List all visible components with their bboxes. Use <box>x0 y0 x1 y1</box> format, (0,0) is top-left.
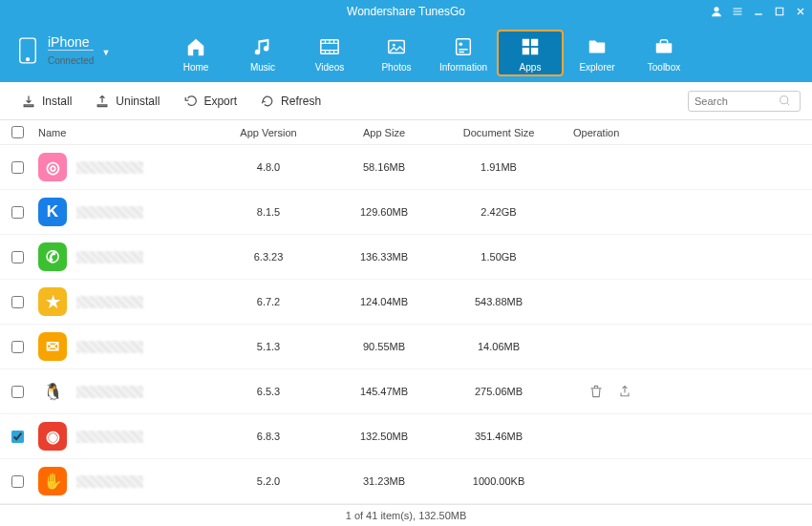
app-name-blurred <box>76 431 143 443</box>
table-row[interactable]: 🐧6.5.3145.47MB275.06MB <box>0 369 812 414</box>
device-status: Connected <box>48 50 94 71</box>
user-icon[interactable] <box>711 6 722 17</box>
app-icon: ✋ <box>38 467 67 495</box>
tab-home[interactable]: Home <box>162 30 229 76</box>
doc-size: 1000.00KB <box>441 475 556 487</box>
tab-apps[interactable]: Apps <box>497 30 564 76</box>
app-size: 31.23MB <box>327 475 441 487</box>
svg-rect-9 <box>523 38 529 45</box>
menu-icon[interactable] <box>732 6 743 17</box>
tab-explorer[interactable]: Explorer <box>564 30 630 76</box>
photos-icon <box>385 35 408 58</box>
doc-size: 14.06MB <box>441 341 556 352</box>
doc-size: 543.88MB <box>441 296 556 307</box>
app-size: 58.16MB <box>327 161 441 173</box>
app-name-blurred <box>76 296 143 308</box>
maximize-icon[interactable] <box>774 6 785 17</box>
refresh-button[interactable]: Refresh <box>250 90 331 113</box>
tab-label: Photos <box>381 62 411 73</box>
row-checkbox[interactable] <box>11 386 24 398</box>
minimize-icon[interactable] <box>753 6 764 17</box>
titlebar: Wondershare TunesGo <box>0 0 812 23</box>
uninstall-button[interactable]: Uninstall <box>85 90 169 113</box>
navbar: iPhone Connected ▼ HomeMusicVideosPhotos… <box>0 23 812 82</box>
search-input[interactable] <box>694 95 779 107</box>
table-row[interactable]: ✆6.3.23136.33MB1.50GB <box>0 235 812 280</box>
tab-label: Home <box>183 62 209 73</box>
app-size: 136.33MB <box>327 251 441 263</box>
delete-icon[interactable] <box>588 384 604 399</box>
row-ops <box>556 384 812 399</box>
export-icon[interactable] <box>617 384 632 399</box>
table-row[interactable]: ★6.7.2124.04MB543.88MB <box>0 280 812 325</box>
phone-icon <box>17 36 38 69</box>
music-icon <box>251 35 274 58</box>
svg-rect-10 <box>531 38 538 45</box>
col-docsize[interactable]: Document Size <box>441 127 556 138</box>
row-checkbox[interactable] <box>11 161 24 174</box>
table-row[interactable]: ✉5.1.390.55MB14.06MB <box>0 325 812 369</box>
svg-rect-1 <box>776 8 783 15</box>
tab-photos[interactable]: Photos <box>363 30 430 76</box>
app-name-blurred <box>76 206 143 219</box>
toolbox-icon <box>652 35 675 58</box>
row-checkbox[interactable] <box>11 431 24 443</box>
tab-label: Toolbox <box>648 62 680 73</box>
col-version[interactable]: App Version <box>210 127 327 138</box>
col-operation: Operation <box>556 127 801 138</box>
svg-rect-11 <box>523 47 529 53</box>
table-row[interactable]: ✋5.2.031.23MB1000.00KB <box>0 459 812 504</box>
app-icon: ✉ <box>38 332 67 361</box>
col-name[interactable]: Name <box>34 127 210 138</box>
tab-information[interactable]: Information <box>430 30 497 76</box>
row-checkbox[interactable] <box>11 251 24 263</box>
app-name-blurred <box>76 251 143 263</box>
row-checkbox[interactable] <box>11 475 24 488</box>
install-button[interactable]: Install <box>11 90 81 113</box>
app-size: 145.47MB <box>327 386 441 397</box>
tab-toolbox[interactable]: Toolbox <box>630 30 697 76</box>
select-all-checkbox[interactable] <box>11 126 24 138</box>
home-icon <box>184 35 207 58</box>
app-version: 6.8.3 <box>210 431 327 442</box>
app-name-blurred <box>76 386 143 398</box>
doc-size: 1.91MB <box>441 161 556 173</box>
table-row[interactable]: ◎4.8.058.16MB1.91MB <box>0 145 812 190</box>
tab-label: Information <box>439 62 487 73</box>
app-title: Wondershare TunesGo <box>347 5 465 18</box>
doc-size: 1.50GB <box>441 251 556 263</box>
doc-size: 2.42GB <box>441 206 556 218</box>
search-box[interactable] <box>688 91 801 112</box>
row-checkbox[interactable] <box>11 206 24 219</box>
svg-point-6 <box>393 43 395 46</box>
app-list: ◎4.8.058.16MB1.91MBK8.1.5129.60MB2.42GB✆… <box>0 145 812 504</box>
explorer-icon <box>586 35 609 58</box>
app-version: 5.1.3 <box>210 341 327 352</box>
row-checkbox[interactable] <box>11 341 24 353</box>
app-name-blurred <box>76 475 143 488</box>
doc-size: 351.46MB <box>441 431 556 442</box>
row-checkbox[interactable] <box>11 296 24 308</box>
close-icon[interactable] <box>795 6 806 17</box>
table-row[interactable]: K8.1.5129.60MB2.42GB <box>0 190 812 235</box>
chevron-down-icon: ▼ <box>101 48 110 57</box>
device-selector[interactable]: iPhone Connected ▼ <box>0 34 134 71</box>
app-version: 8.1.5 <box>210 206 327 218</box>
svg-point-3 <box>27 58 30 61</box>
table-row[interactable]: ◉6.8.3132.50MB351.46MB <box>0 414 812 459</box>
col-appsize[interactable]: App Size <box>327 127 441 138</box>
tab-label: Apps <box>520 62 542 73</box>
svg-point-14 <box>780 96 788 104</box>
doc-size: 275.06MB <box>441 386 556 397</box>
tab-music[interactable]: Music <box>229 30 296 76</box>
videos-icon <box>318 35 341 58</box>
export-button[interactable]: Export <box>173 90 246 113</box>
app-size: 132.50MB <box>327 431 441 442</box>
column-headers: Name App Version App Size Document Size … <box>0 120 812 145</box>
app-name-blurred <box>76 161 143 174</box>
app-version: 5.2.0 <box>210 475 327 487</box>
tab-videos[interactable]: Videos <box>296 30 363 76</box>
app-icon: ★ <box>38 287 67 316</box>
svg-point-8 <box>459 42 462 46</box>
app-version: 6.7.2 <box>210 296 327 307</box>
